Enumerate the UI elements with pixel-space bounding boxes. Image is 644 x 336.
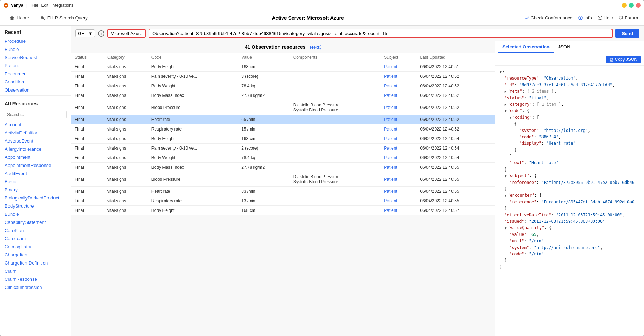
table-row[interactable]: Finalvital-signsRespiratory rate15 /minP… <box>71 124 495 134</box>
help-button[interactable]: ? Help <box>598 15 613 21</box>
table-row[interactable]: Finalvital-signsBlood PressureDiastolic … <box>71 100 495 115</box>
table-row[interactable]: Finalvital-signsBlood PressureDiastolic … <box>71 172 495 187</box>
method-selector[interactable]: GET ▼ <box>75 29 95 37</box>
help-icon: ? <box>598 16 602 20</box>
category-toggle[interactable]: ▶ <box>505 103 507 106</box>
table-row[interactable]: Finalvital-signsRespiratory rate13 /minP… <box>71 196 495 206</box>
patient-link[interactable]: Patient <box>384 83 397 88</box>
sidebar-recent-observation[interactable]: Observation <box>0 86 71 94</box>
patient-link[interactable]: Patient <box>384 93 397 98</box>
menu-integrations[interactable]: Integrations <box>50 2 75 8</box>
sidebar-recent-patient[interactable]: Patient <box>0 62 71 70</box>
table-row[interactable]: Finalvital-signsBody Mass Index27.78 kg/… <box>71 163 495 172</box>
home-button[interactable]: Home <box>6 14 33 22</box>
sidebar-recent-encounter[interactable]: Encounter <box>0 70 71 78</box>
sidebar-resource-bundle[interactable]: Bundle <box>0 210 71 218</box>
sidebar-resource-basic[interactable]: Basic <box>0 178 71 186</box>
tab-selected-observation[interactable]: Selected Observation <box>498 41 554 53</box>
maximize-button[interactable] <box>629 3 634 8</box>
sidebar-resource-chargeitemdefinition[interactable]: ChargeItemDefinition <box>0 259 71 267</box>
server-badge[interactable]: Microsoft Azure <box>107 29 146 38</box>
sidebar-resource-claimresponse[interactable]: ClaimResponse <box>0 275 71 283</box>
patient-link[interactable]: Patient <box>384 198 397 203</box>
sidebar-resource-appointment[interactable]: Appointment <box>0 153 71 161</box>
sidebar-recent-bundle[interactable]: Bundle <box>0 45 71 53</box>
fhir-search-button[interactable]: FHIR Search Query <box>37 14 91 22</box>
sidebar-resource-chargeitem[interactable]: ChargeItem <box>0 251 71 259</box>
patient-link[interactable]: Patient <box>384 117 397 122</box>
results-table-wrap[interactable]: StatusCategoryCodeValueComponentsSubject… <box>71 53 495 336</box>
sidebar-resource-claim[interactable]: Claim <box>0 267 71 275</box>
toolbar-right: Check Conformance i Info ? Help <box>525 15 638 21</box>
json-content[interactable]: ▼{ "resourceType": "Observation", "id": … <box>495 66 644 336</box>
patient-link[interactable]: Patient <box>384 136 397 141</box>
menu-file[interactable]: File <box>30 2 40 8</box>
query-info-icon[interactable]: i <box>98 30 104 37</box>
app-icon: V <box>3 2 9 8</box>
tab-json[interactable]: JSON <box>554 41 575 53</box>
sidebar-resource-appointmentresponse[interactable]: AppointmentResponse <box>0 161 71 169</box>
coding-toggle[interactable]: ▼ <box>510 116 512 120</box>
query-input[interactable] <box>149 29 613 38</box>
patient-link[interactable]: Patient <box>384 105 397 110</box>
patient-link[interactable]: Patient <box>384 165 397 170</box>
sidebar-resource-catalogentry[interactable]: CatalogEntry <box>0 243 71 251</box>
sidebar-resource-careplan[interactable]: CarePlan <box>0 226 71 234</box>
patient-link[interactable]: Patient <box>384 155 397 160</box>
col-subject: Subject <box>380 53 416 62</box>
table-row[interactable]: Finalvital-signsBody Height168 cmPatient… <box>71 206 495 215</box>
sidebar-resource-careteam[interactable]: CareTeam <box>0 234 71 243</box>
patient-link[interactable]: Patient <box>384 189 397 194</box>
patient-link[interactable]: Patient <box>384 146 397 151</box>
table-row[interactable]: Finalvital-signsBody Weight78.4 kgPatien… <box>71 81 495 91</box>
results-table: StatusCategoryCodeValueComponentsSubject… <box>71 53 495 215</box>
sidebar-recent-procedure[interactable]: Procedure <box>0 37 71 45</box>
sidebar-resource-bodystructure[interactable]: BodyStructure <box>0 202 71 210</box>
patient-link[interactable]: Patient <box>384 208 397 213</box>
info-button[interactable]: i Info <box>578 15 592 21</box>
sidebar-resource-activitydefinition[interactable]: ActivityDefinition <box>0 129 71 137</box>
close-button[interactable] <box>636 3 641 8</box>
patient-link[interactable]: Patient <box>384 127 397 132</box>
json-root-toggle[interactable]: ▼ <box>500 70 502 74</box>
sidebar-resource-biologicallyderivedproduct[interactable]: BiologicallyDerivedProduct <box>0 194 71 202</box>
send-button[interactable]: Send <box>615 29 639 38</box>
sidebar-recent-servicerequest[interactable]: ServiceRequest <box>0 53 71 62</box>
table-row[interactable]: Finalvital-signsBody Mass Index27.78 kg/… <box>71 91 495 100</box>
table-row[interactable]: Finalvital-signsHeart rate83 /minPatient… <box>71 187 495 196</box>
patient-link[interactable]: Patient <box>384 74 397 79</box>
valuequantity-toggle[interactable]: ▼ <box>505 226 507 230</box>
sidebar-resource-allergyintolerance[interactable]: AllergyIntolerance <box>0 145 71 153</box>
encounter-toggle[interactable]: ▼ <box>505 193 507 197</box>
sidebar-resource-adverseevent[interactable]: AdverseEvent <box>0 137 71 145</box>
menu-edit[interactable]: Edit <box>40 2 50 8</box>
next-button[interactable]: Next 〉 <box>310 44 322 50</box>
table-row[interactable]: Finalvital-signsBody Weight78.4 kgPatien… <box>71 153 495 163</box>
check-conformance-button[interactable]: Check Conformance <box>525 15 573 21</box>
forum-button[interactable]: Forum <box>619 15 638 21</box>
meta-toggle[interactable]: ▶ <box>505 89 507 93</box>
patient-link[interactable]: Patient <box>384 177 397 182</box>
sidebar-search-input[interactable] <box>5 111 67 118</box>
table-row[interactable]: Finalvital-signsPain severity - 0-10 ve.… <box>71 144 495 153</box>
table-row[interactable]: Finalvital-signsPain severity - 0-10 ve.… <box>71 72 495 81</box>
table-row[interactable]: Finalvital-signsBody Height168 cmPatient… <box>71 134 495 144</box>
sidebar-resource-auditevent[interactable]: AuditEvent <box>0 169 71 178</box>
sidebar-resource-capabilitystatement[interactable]: CapabilityStatement <box>0 218 71 226</box>
sidebar-resource-clinicalimpression[interactable]: ClinicalImpression <box>0 283 71 291</box>
minimize-button[interactable] <box>622 3 627 8</box>
sidebar-resource-binary[interactable]: Binary <box>0 186 71 194</box>
sidebar-recent-condition[interactable]: Condition <box>0 78 71 86</box>
code-toggle[interactable]: ▼ <box>505 109 507 113</box>
table-row[interactable]: Finalvital-signsHeart rate65 /minPatient… <box>71 115 495 124</box>
sidebar-resource-account[interactable]: Account <box>0 121 71 129</box>
col-components: Components <box>290 53 381 62</box>
table-row[interactable]: Finalvital-signsBody Height168 cmPatient… <box>71 62 495 72</box>
col-category: Category <box>104 53 148 62</box>
svg-text:V: V <box>5 4 7 7</box>
copy-json-button[interactable]: Copy JSON <box>606 56 641 63</box>
recent-title: Recent <box>0 26 71 37</box>
subject-toggle[interactable]: ▼ <box>505 174 507 178</box>
table-section: 41 Observation resources Next 〉 StatusCa… <box>71 41 495 336</box>
patient-link[interactable]: Patient <box>384 64 397 69</box>
